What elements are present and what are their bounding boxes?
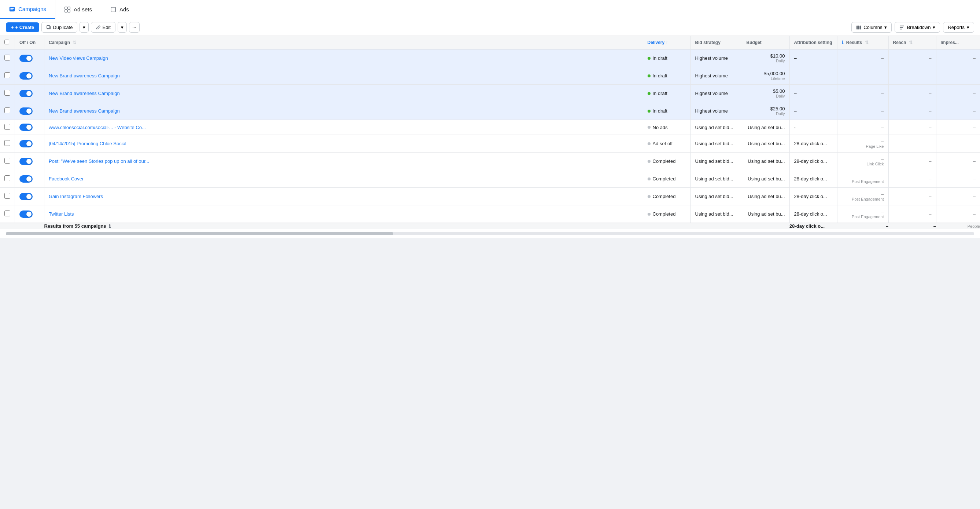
table-footer: Results from 55 campaigns ℹ 28-day click…: [0, 223, 980, 229]
campaign-name-link[interactable]: New Brand awareness Campaign: [49, 73, 120, 78]
delivery-status: In draft: [648, 73, 686, 78]
results-info-icon[interactable]: ℹ: [842, 40, 844, 45]
row-checkbox[interactable]: [5, 90, 10, 96]
campaign-name-link[interactable]: Twitter Lists: [49, 211, 74, 217]
budget-period: Daily: [746, 112, 785, 116]
impressions-value: –: [973, 125, 975, 130]
row-attribution-cell: 28-day click o...: [789, 170, 837, 188]
row-toggle[interactable]: [19, 124, 33, 131]
row-toggle[interactable]: [19, 158, 33, 165]
row-attribution-cell: -: [789, 120, 837, 135]
horizontal-scrollbar[interactable]: [0, 229, 980, 238]
results-sub: Post Engagement: [842, 215, 884, 219]
reach-value: –: [929, 211, 931, 217]
more-button[interactable]: ···: [129, 22, 140, 33]
tab-adsets[interactable]: Ad sets: [55, 0, 101, 19]
row-toggle[interactable]: [19, 211, 33, 218]
tab-ads[interactable]: Ads: [101, 0, 138, 19]
toolbar-right: Columns ▾ Breakdown ▾ Reports ▾: [851, 22, 974, 33]
delivery-status: In draft: [648, 108, 686, 114]
campaign-name-link[interactable]: Post: "We've seen Stories pop up on all …: [49, 158, 149, 164]
row-impressions-cell: –: [936, 153, 980, 170]
header-checkbox[interactable]: [0, 36, 15, 49]
campaign-name-link[interactable]: New Brand awareness Campaign: [49, 91, 120, 96]
duplicate-dropdown-button[interactable]: ▾: [80, 22, 89, 33]
toggle-container: [19, 140, 40, 147]
row-budget-cell: Using ad set bu...: [742, 153, 789, 170]
row-checkbox-cell: [0, 120, 15, 135]
edit-button[interactable]: Edit: [91, 22, 115, 33]
table-row: Twitter ListsCompletedUsing ad set bid..…: [0, 205, 980, 223]
row-toggle-cell: [15, 188, 45, 205]
duplicate-button[interactable]: Duplicate: [41, 22, 77, 33]
results-sub: Post Engagement: [842, 197, 884, 201]
table-header-row: Off / On Campaign ⇅ Delivery ↑ Bid strat…: [0, 36, 980, 49]
row-toggle[interactable]: [19, 140, 33, 147]
row-delivery-cell: In draft: [643, 85, 690, 102]
row-checkbox[interactable]: [5, 175, 10, 181]
row-checkbox[interactable]: [5, 124, 10, 130]
duplicate-label: Duplicate: [53, 25, 73, 30]
footer-reach: –: [888, 223, 936, 229]
row-toggle[interactable]: [19, 55, 33, 62]
delivery-dot: [648, 75, 651, 77]
row-attribution-cell: –: [789, 49, 837, 67]
row-toggle[interactable]: [19, 90, 33, 97]
row-toggle[interactable]: [19, 175, 33, 183]
row-toggle[interactable]: [19, 193, 33, 200]
row-toggle[interactable]: [19, 107, 33, 115]
columns-button[interactable]: Columns ▾: [851, 22, 892, 33]
create-plus-icon: +: [11, 25, 14, 30]
columns-icon: [856, 25, 861, 30]
row-checkbox[interactable]: [5, 193, 10, 199]
row-toggle[interactable]: [19, 72, 33, 80]
delivery-dot: [648, 177, 651, 180]
header-campaign[interactable]: Campaign ⇅: [45, 36, 643, 49]
table-body: New Video views CampaignIn draftHighest …: [0, 49, 980, 223]
campaign-name-link[interactable]: New Brand awareness Campaign: [49, 108, 120, 114]
delivery-status: Ad set off: [648, 141, 686, 146]
footer-check: [0, 223, 15, 229]
campaign-name-link[interactable]: [04/14/2015] Promoting Chloe Social: [49, 141, 126, 146]
row-checkbox[interactable]: [5, 107, 10, 113]
row-bid-cell: Highest volume: [690, 102, 742, 120]
reports-button[interactable]: Reports ▾: [943, 22, 974, 33]
select-all-checkbox[interactable]: [5, 40, 9, 45]
impressions-value: –: [973, 91, 975, 96]
results-value: –: [842, 209, 884, 215]
campaigns-table-wrapper: Off / On Campaign ⇅ Delivery ↑ Bid strat…: [0, 36, 980, 229]
row-toggle-cell: [15, 170, 45, 188]
row-budget-cell: Using ad set bu...: [742, 170, 789, 188]
budget-period: Daily: [746, 94, 785, 98]
impressions-value: –: [973, 73, 975, 78]
top-nav: Campaigns Ad sets Ads: [0, 0, 980, 19]
tab-campaigns[interactable]: Campaigns: [0, 0, 55, 19]
row-checkbox[interactable]: [5, 55, 10, 61]
row-delivery-cell: Completed: [643, 188, 690, 205]
header-reach[interactable]: Reach ⇅: [888, 36, 936, 49]
row-checkbox[interactable]: [5, 72, 10, 78]
scrollbar-thumb[interactable]: [6, 232, 393, 235]
row-campaign-cell: Gain Instagram Followers: [45, 188, 643, 205]
row-checkbox[interactable]: [5, 211, 10, 216]
row-checkbox[interactable]: [5, 140, 10, 146]
campaign-name-link[interactable]: New Video views Campaign: [49, 55, 108, 61]
edit-dropdown-button[interactable]: ▾: [118, 22, 127, 33]
campaign-name-link[interactable]: www.chloesocial.com/social-... - Website…: [49, 125, 146, 130]
toggle-container: [19, 158, 40, 165]
campaign-name-link[interactable]: Gain Instagram Followers: [49, 194, 103, 199]
row-checkbox[interactable]: [5, 158, 10, 164]
footer-attribution-value: 28-day click o...: [789, 223, 825, 229]
header-results[interactable]: ℹ Results ⇅: [837, 36, 888, 49]
row-delivery-cell: No ads: [643, 120, 690, 135]
row-toggle-cell: [15, 135, 45, 153]
row-impressions-cell: –: [936, 120, 980, 135]
footer-reach-value: –: [934, 223, 936, 229]
footer-info-icon[interactable]: ℹ: [109, 223, 111, 229]
breakdown-button[interactable]: Breakdown ▾: [895, 22, 940, 33]
campaign-name-link[interactable]: Facebook Cover: [49, 176, 84, 182]
header-delivery[interactable]: Delivery ↑: [643, 36, 690, 49]
row-reach-cell: –: [888, 153, 936, 170]
breakdown-dropdown-icon: ▾: [933, 25, 935, 30]
create-button[interactable]: + + Create: [6, 22, 39, 32]
